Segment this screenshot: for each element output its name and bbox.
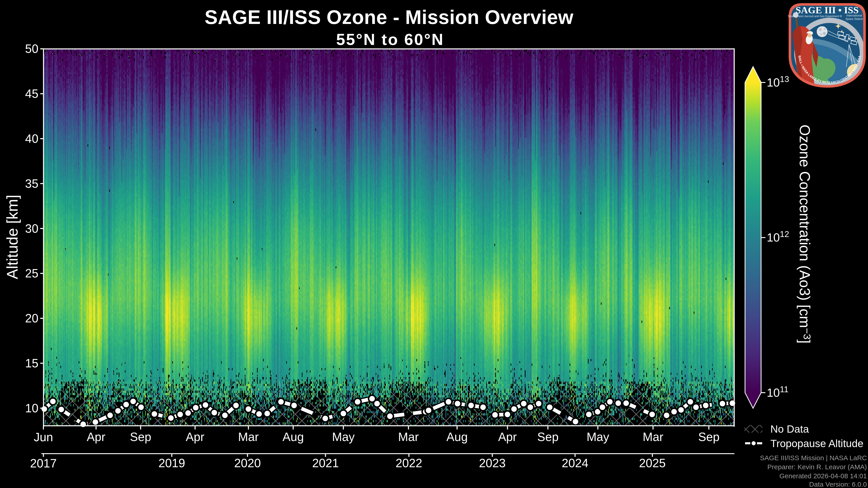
svg-text:Apr: Apr: [498, 430, 517, 444]
svg-text:2024: 2024: [562, 456, 588, 470]
svg-text:45: 45: [25, 87, 38, 100]
svg-text:Mar: Mar: [398, 430, 418, 444]
svg-text:Preparer: Kevin R. Leavor (AMA: Preparer: Kevin R. Leavor (AMA): [767, 463, 867, 470]
svg-text:Aug: Aug: [446, 430, 468, 444]
svg-text:2017: 2017: [30, 457, 57, 470]
svg-text:Ozone Concentration (Ao3) [cm−: Ozone Concentration (Ao3) [cm−3]: [797, 125, 813, 344]
svg-text:Space Station: Space Station: [845, 18, 863, 21]
svg-text:2019: 2019: [158, 456, 185, 470]
svg-text:35: 35: [25, 177, 38, 190]
svg-text:Apr: Apr: [186, 430, 204, 444]
svg-text:25: 25: [25, 267, 38, 280]
svg-text:SAGE III/ISS Mission | NASA La: SAGE III/ISS Mission | NASA LaRC: [760, 454, 867, 462]
svg-text:May: May: [587, 430, 610, 444]
svg-text:Aug: Aug: [283, 430, 304, 444]
svg-text:Apr: Apr: [87, 430, 105, 444]
svg-text:30: 30: [25, 222, 38, 235]
svg-text:Tropopause Altitude: Tropopause Altitude: [770, 437, 864, 449]
svg-text:1013: 1013: [767, 74, 789, 89]
svg-text:Altitude [km]: Altitude [km]: [4, 195, 21, 279]
svg-text:International: International: [846, 14, 862, 17]
svg-text:2022: 2022: [396, 456, 422, 470]
svg-text:Mar: Mar: [643, 430, 663, 444]
svg-text:SAGE III/ISS Ozone - Mission O: SAGE III/ISS Ozone - Mission Overview: [205, 6, 574, 28]
svg-text:2023: 2023: [479, 456, 506, 470]
svg-text:May: May: [332, 430, 355, 444]
svg-text:1012: 1012: [767, 230, 789, 244]
svg-text:SAGE III • ISS: SAGE III • ISS: [796, 5, 859, 15]
svg-text:Sep: Sep: [698, 430, 719, 444]
svg-text:50: 50: [25, 42, 38, 55]
svg-text:Data Version: 6.0.0: Data Version: 6.0.0: [809, 481, 867, 488]
svg-text:Jun: Jun: [34, 430, 53, 444]
svg-text:55°N to 60°N: 55°N to 60°N: [336, 31, 444, 48]
svg-text:Sep: Sep: [130, 430, 151, 444]
svg-text:Generated 2026-04-08 14:01: Generated 2026-04-08 14:01: [779, 472, 867, 480]
svg-text:2020: 2020: [234, 456, 261, 470]
svg-text:40: 40: [25, 132, 38, 145]
svg-text:2021: 2021: [312, 456, 339, 470]
svg-text:15: 15: [25, 357, 38, 370]
svg-text:Sep: Sep: [537, 430, 559, 444]
svg-text:Stratospheric Aerosol and Gas: Stratospheric Aerosol and Gas Experiment…: [788, 15, 842, 18]
svg-text:10: 10: [25, 401, 38, 415]
svg-text:20: 20: [25, 312, 38, 325]
svg-text:No Data: No Data: [770, 423, 809, 435]
svg-text:1011: 1011: [767, 385, 788, 399]
svg-text:Mar: Mar: [238, 430, 258, 444]
svg-text:2025: 2025: [639, 456, 666, 470]
